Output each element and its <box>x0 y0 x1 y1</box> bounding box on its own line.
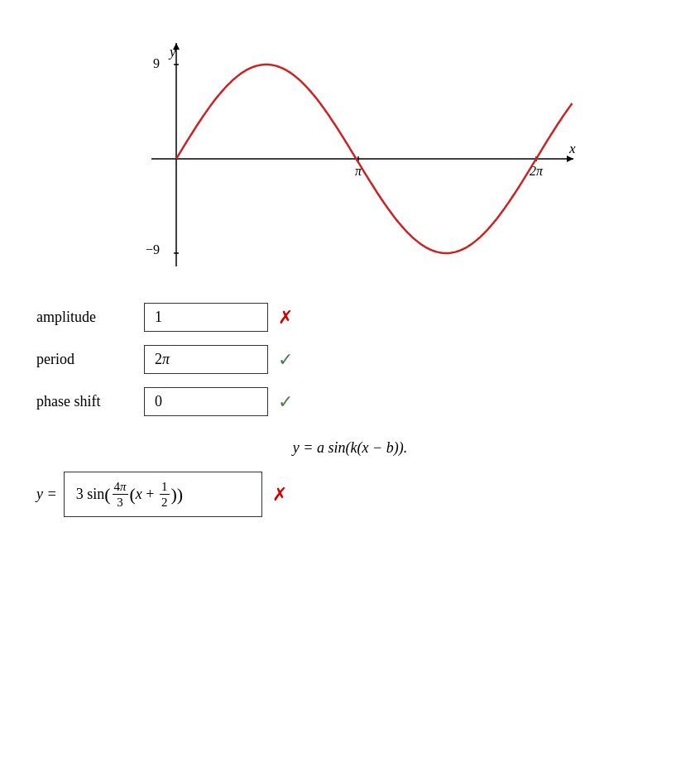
fraction-1-2: 1 2 <box>160 479 170 510</box>
equation-input[interactable]: 3 sin( 4π 3 ( x + 1 2 )) <box>64 472 262 517</box>
equation-status-icon: ✗ <box>272 484 287 505</box>
amplitude-label: amplitude <box>36 309 144 326</box>
y-label-9: 9 <box>153 56 160 70</box>
y-axis-label: y <box>168 44 176 60</box>
svg-marker-2 <box>567 156 573 162</box>
period-label: period <box>36 351 144 368</box>
phase-shift-status-icon: ✓ <box>278 391 293 413</box>
phase-shift-label: phase shift <box>36 393 144 410</box>
amplitude-input[interactable]: 1 <box>144 303 268 332</box>
period-row: period 2π ✓ <box>36 345 674 374</box>
phase-shift-row: phase shift 0 ✓ <box>36 387 674 416</box>
phase-shift-input[interactable]: 0 <box>144 387 268 416</box>
graph-svg: 9 −9 y x π 2π <box>110 35 590 283</box>
amplitude-status-icon: ✗ <box>278 307 293 328</box>
period-status-icon: ✓ <box>278 349 293 371</box>
part-b-form: y = a sin(k(x − b)). <box>26 439 674 457</box>
fraction-4pi-3: 4π 3 <box>113 479 128 510</box>
amplitude-row: amplitude 1 ✗ <box>36 303 674 332</box>
answers-table: amplitude 1 ✗ period 2π ✓ phase shift 0 … <box>36 303 674 416</box>
graph-container: 9 −9 y x π 2π <box>110 35 590 283</box>
y-label-neg9: −9 <box>146 242 160 256</box>
period-input[interactable]: 2π <box>144 345 268 374</box>
part-b-section: y = a sin(k(x − b)). y = 3 sin( 4π 3 ( x… <box>26 439 674 517</box>
equation-row: y = 3 sin( 4π 3 ( x + 1 2 )) ✗ <box>36 472 674 517</box>
x-axis-label: x <box>568 141 576 156</box>
eq-y-label: y = <box>36 486 57 503</box>
